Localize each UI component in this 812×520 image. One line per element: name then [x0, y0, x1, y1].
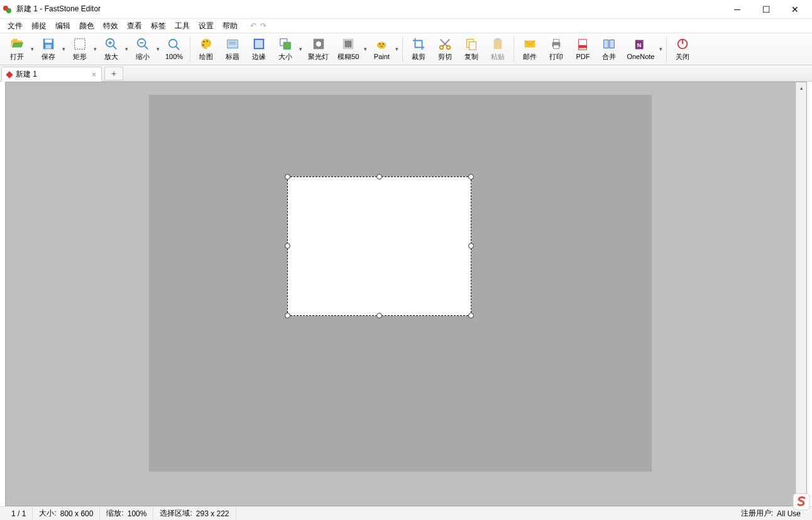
edge-button[interactable]: 边缘	[246, 35, 272, 63]
power-icon	[676, 37, 689, 51]
toolbar-separator	[513, 36, 514, 62]
resize-handle-bm[interactable]	[376, 313, 382, 318]
save-icon	[41, 37, 55, 51]
svg-rect-23	[283, 42, 290, 49]
merge-button[interactable]: 合并	[596, 35, 622, 63]
statusbar: 1 / 1 大小: 800 x 600 缩放: 100% 选择区域: 293 x…	[0, 506, 812, 520]
tab-label: 新建 1	[16, 69, 37, 80]
status-size: 大小: 800 x 600	[33, 507, 100, 520]
new-tab-button[interactable]: +	[104, 67, 123, 80]
svg-rect-27	[346, 41, 351, 46]
svg-point-29	[379, 43, 381, 45]
mail-icon	[523, 37, 537, 51]
paint-icon	[375, 38, 388, 51]
tabbar: 新建 1 × +	[0, 65, 812, 82]
svg-point-16	[207, 40, 209, 42]
paste-button[interactable]: 粘贴	[485, 35, 511, 63]
blur-icon	[341, 37, 355, 51]
menu-file[interactable]: 文件	[4, 19, 26, 33]
print-button[interactable]: 打印	[543, 35, 569, 63]
svg-rect-41	[554, 45, 559, 48]
svg-line-11	[145, 45, 148, 49]
undo-icon[interactable]: ↶	[250, 21, 256, 30]
svg-rect-4	[45, 44, 51, 48]
resize-button[interactable]: 大小	[272, 35, 299, 63]
zoom-out-button[interactable]: 缩小	[129, 35, 156, 63]
svg-line-7	[113, 45, 117, 49]
close-button[interactable]: 关闭	[669, 35, 696, 63]
svg-rect-5	[75, 38, 85, 49]
svg-rect-45	[610, 40, 614, 48]
svg-point-13	[169, 40, 177, 48]
status-zoom: 缩放: 100%	[100, 507, 153, 520]
menu-help[interactable]: 帮助	[219, 19, 241, 33]
spotlight-button[interactable]: 聚光灯	[304, 35, 333, 63]
paint-button[interactable]: Paint	[368, 35, 395, 63]
scroll-up-icon[interactable]: ▴	[796, 82, 806, 93]
svg-line-14	[176, 46, 180, 50]
menu-view[interactable]: 查看	[123, 19, 146, 33]
menu-color[interactable]: 颜色	[75, 19, 98, 33]
menu-capture[interactable]: 捕捉	[28, 19, 50, 33]
onenote-button[interactable]: N OneNote	[622, 35, 659, 63]
pdf-icon	[576, 38, 590, 51]
zoom-in-button[interactable]: 放大	[98, 35, 124, 63]
toolbar-separator	[402, 36, 403, 62]
cut-button[interactable]: 剪切	[432, 35, 458, 63]
caption-button[interactable]: 标题	[219, 35, 246, 63]
zoom-100-button[interactable]: 100%	[161, 35, 187, 63]
svg-rect-21	[255, 39, 264, 48]
palette-icon	[199, 37, 213, 51]
copy-button[interactable]: 复制	[458, 35, 485, 63]
mail-button[interactable]: 邮件	[517, 35, 543, 63]
resize-handle-mr[interactable]	[468, 243, 474, 249]
scroll-track[interactable]	[796, 93, 806, 495]
svg-rect-44	[604, 40, 608, 48]
tab-close-icon[interactable]: ×	[92, 70, 96, 79]
blur-button[interactable]: 模糊50	[333, 35, 363, 63]
zoom-out-icon	[136, 37, 150, 51]
document-tab[interactable]: 新建 1 ×	[1, 67, 102, 82]
menu-effects[interactable]: 特效	[99, 19, 122, 33]
menu-tags[interactable]: 标签	[147, 19, 170, 33]
svg-rect-43	[579, 45, 587, 48]
menu-settings[interactable]: 设置	[195, 19, 217, 33]
save-button[interactable]: 保存	[35, 35, 62, 63]
crop-icon	[412, 37, 425, 51]
minimize-button[interactable]: ─	[723, 0, 752, 19]
svg-text:N: N	[637, 42, 642, 48]
zoom-in-icon	[104, 37, 118, 51]
rect-select-button[interactable]: 矩形	[67, 35, 93, 63]
resize-handle-ml[interactable]	[285, 243, 290, 249]
draw-button[interactable]: 绘图	[193, 35, 219, 63]
redo-icon[interactable]: ↷	[260, 21, 266, 30]
maximize-button[interactable]: ☐	[752, 0, 781, 19]
svg-point-17	[202, 44, 204, 46]
folder-open-icon	[10, 37, 24, 51]
modified-indicator-icon	[6, 71, 13, 78]
app-icon	[3, 4, 13, 14]
spotlight-icon	[312, 37, 326, 51]
svg-rect-40	[554, 39, 559, 42]
resize-handle-tr[interactable]	[468, 174, 474, 180]
paste-icon	[491, 37, 505, 51]
resize-handle-tl[interactable]	[285, 174, 290, 180]
vertical-scrollbar[interactable]: ▴ ▾	[796, 82, 806, 506]
svg-point-1	[6, 8, 11, 13]
crop-button[interactable]: 裁剪	[405, 35, 432, 63]
menu-edit[interactable]: 编辑	[52, 19, 74, 33]
svg-point-30	[383, 43, 385, 45]
selection-rectangle[interactable]	[287, 176, 471, 316]
close-window-button[interactable]: ✕	[781, 0, 809, 19]
resize-handle-bl[interactable]	[285, 313, 290, 318]
edge-icon	[252, 37, 266, 51]
workspace[interactable]: ▴ ▾	[5, 82, 807, 506]
resize-handle-br[interactable]	[468, 313, 474, 318]
sogou-ime-icon[interactable]	[792, 492, 811, 511]
menu-tools[interactable]: 工具	[171, 19, 194, 33]
resize-icon	[278, 37, 292, 51]
resize-handle-tm[interactable]	[376, 174, 382, 180]
pdf-button[interactable]: PDF	[569, 35, 596, 63]
canvas[interactable]	[149, 95, 652, 472]
open-button[interactable]: 打开	[4, 35, 30, 63]
